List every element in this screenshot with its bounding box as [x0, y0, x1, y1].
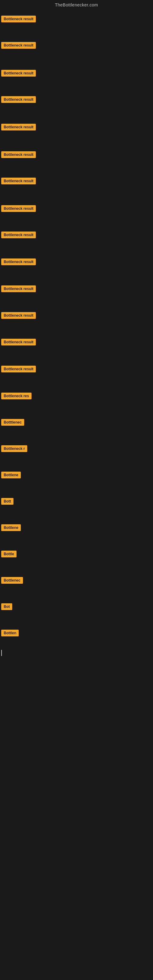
bottleneck-item[interactable]: Bottleneck result	[1, 230, 152, 240]
bottleneck-badge[interactable]: Bottlene	[1, 472, 21, 478]
bottleneck-badge[interactable]: Bottleneck result	[1, 16, 36, 22]
bottleneck-badge[interactable]: Bott	[1, 498, 13, 505]
bottleneck-item[interactable]: Bottle	[1, 549, 152, 558]
bottleneck-badge[interactable]: Bottlenec	[1, 577, 23, 584]
bottleneck-badge[interactable]: Bottleneck result	[1, 70, 36, 76]
cursor-line	[1, 650, 2, 656]
bottleneck-item[interactable]: Bottleneck res	[1, 391, 152, 401]
bottleneck-badge[interactable]: Bottle	[1, 550, 16, 557]
bottleneck-item[interactable]: Bottleneck result	[1, 337, 152, 347]
bottleneck-item[interactable]: Bottlen	[1, 628, 152, 638]
bottleneck-item[interactable]: Bottleneck r	[1, 444, 152, 453]
bottleneck-item[interactable]: Bottleneck result	[1, 284, 152, 293]
bottleneck-item[interactable]: Bottleneck result	[1, 257, 152, 266]
bottleneck-badge[interactable]: Bottleneck result	[1, 205, 36, 212]
bottleneck-badge[interactable]: Bottleneck result	[1, 285, 36, 292]
bottleneck-badge[interactable]: Bottleneck result	[1, 339, 36, 345]
bottleneck-badge[interactable]: Bottleneck result	[1, 258, 36, 265]
bottleneck-badge[interactable]: Bottleneck result	[1, 42, 36, 49]
bottleneck-item[interactable]: Bott	[1, 497, 152, 506]
bottleneck-item[interactable]: Bottleneck result	[1, 68, 152, 78]
bottleneck-item[interactable]: Bottleneck result	[1, 123, 152, 132]
bottleneck-badge[interactable]: Bottlen	[1, 630, 19, 636]
items-container: Bottleneck resultBottleneck resultBottle…	[0, 14, 153, 638]
bottleneck-badge[interactable]: Bottleneck result	[1, 312, 36, 319]
bottleneck-item[interactable]: Bottleneck result	[1, 95, 152, 104]
bottleneck-badge[interactable]: Bottleneck result	[1, 232, 36, 238]
bottleneck-badge[interactable]: Bottlene	[1, 524, 21, 531]
bottleneck-badge[interactable]: Bottleneck result	[1, 178, 36, 185]
bottleneck-badge[interactable]: Bottleneck result	[1, 96, 36, 103]
bottleneck-item[interactable]: Bottlene	[1, 470, 152, 480]
bottleneck-item[interactable]: Bottleneck result	[1, 150, 152, 159]
bottleneck-item[interactable]: Bottlene	[1, 523, 152, 532]
bottleneck-item[interactable]: Bottleneck result	[1, 177, 152, 186]
bottleneck-item[interactable]: Bottlenec	[1, 576, 152, 585]
bottleneck-item[interactable]: Bottleneck result	[1, 14, 152, 24]
bottleneck-item[interactable]: Botttlenec	[1, 418, 152, 427]
bottleneck-badge[interactable]: Botttlenec	[1, 419, 24, 426]
bottleneck-item[interactable]: Bottleneck result	[1, 364, 152, 374]
bottleneck-item[interactable]: Bottleneck result	[1, 204, 152, 213]
site-title: TheBottlenecker.com	[55, 2, 98, 7]
bottleneck-item[interactable]: Bottleneck result	[1, 41, 152, 50]
bottleneck-badge[interactable]: Bottleneck result	[1, 124, 36, 130]
site-header: TheBottlenecker.com	[0, 0, 153, 9]
bottleneck-item[interactable]: Bot	[1, 602, 152, 611]
bottleneck-badge[interactable]: Bottleneck res	[1, 393, 32, 399]
bottleneck-item[interactable]: Bottleneck result	[1, 311, 152, 320]
bottleneck-badge[interactable]: Bottleneck r	[1, 445, 27, 452]
bottleneck-badge[interactable]: Bot	[1, 603, 12, 610]
bottleneck-badge[interactable]: Bottleneck result	[1, 151, 36, 158]
bottleneck-badge[interactable]: Bottleneck result	[1, 366, 36, 372]
